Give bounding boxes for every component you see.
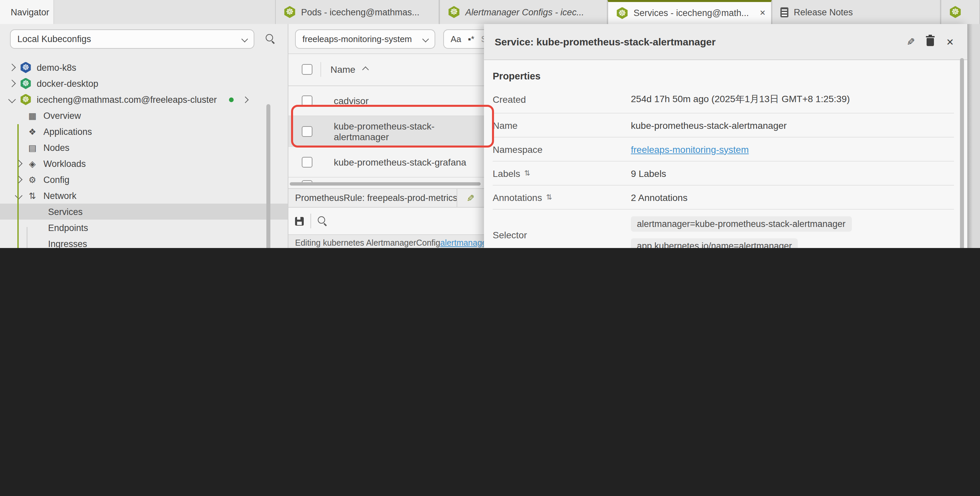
k8s-icon: ☸ — [616, 7, 628, 19]
drawer-row-label: Selector — [493, 230, 631, 240]
k8s-icon: ☸ — [949, 6, 961, 18]
editing-resource-link[interactable]: alertmanager — [440, 238, 484, 247]
drawer-row-label: Annotations⇅ — [493, 192, 631, 203]
kubeconfig-select[interactable]: Local Kubeconfigs — [10, 29, 255, 49]
sidebar-item-label: Ingresses — [48, 238, 87, 248]
table-row-kube-prometheus-stack-grafana[interactable]: kube-prometheus-stack-grafana — [288, 147, 484, 178]
workloads-icon: ◈ — [27, 159, 38, 169]
editing-bar-text: Editing kubernetes AlertmanagerConfig — [295, 238, 440, 247]
sidebar-cluster-docker-desktop[interactable]: ☸docker-desktop — [0, 75, 288, 91]
search-input[interactable]: Aa ▪* Search — [443, 29, 484, 49]
sidebar-cluster-demo-k8s[interactable]: ☸demo-k8s — [0, 59, 288, 75]
sort-toggle-icon[interactable]: ⇅ — [524, 169, 530, 178]
sidebar-item-nodes[interactable]: ▤Nodes — [0, 140, 288, 156]
namespace-select[interactable]: freeleaps-monitoring-system — [295, 29, 435, 49]
annotation-highlight — [291, 105, 494, 148]
navigator-label: Navigator — [11, 7, 49, 17]
drawer-row-value: 9 Labels — [631, 168, 666, 178]
sidebar-item-applications[interactable]: ❖Applications — [0, 124, 288, 140]
row-checkbox[interactable] — [302, 95, 312, 106]
applications-icon: ❖ — [27, 127, 38, 137]
tab-services-icecheng-math[interactable]: ☸Services - icecheng@math...✕ — [608, 0, 772, 24]
sidebar-item-workloads[interactable]: ◈Workloads — [0, 156, 288, 172]
drawer-row-label: Name — [493, 120, 631, 130]
kubeconfig-select-value: Local Kubeconfigs — [18, 34, 91, 44]
horizontal-scrollbar[interactable] — [290, 182, 480, 186]
close-drawer-button[interactable]: ✕ — [946, 37, 954, 47]
chevron-down-icon[interactable] — [8, 96, 16, 103]
tab-bar: Navigator ☸Pods - icecheng@mathmas...☸Al… — [0, 0, 980, 25]
search-placeholder: Search — [481, 34, 484, 44]
edit-rule-button[interactable]: ✎ — [457, 189, 484, 207]
editing-bar: Editing kubernetes AlertmanagerConfig al… — [288, 235, 484, 248]
close-tab-icon[interactable]: ✕ — [754, 9, 766, 17]
select-all-checkbox[interactable] — [302, 64, 312, 75]
document-tabs: ☸Pods - icecheng@mathmas...☸Alertmanager… — [275, 0, 980, 24]
chevron-right-icon[interactable] — [15, 160, 23, 168]
drawer-row-created: Created254d 17h 50m ago (2025年1月13日 GMT+… — [493, 86, 954, 113]
drawer-row-label: Labels⇅ — [493, 168, 631, 178]
chevron-down-icon[interactable] — [15, 192, 23, 200]
navigator-panel-tab[interactable]: Navigator — [0, 0, 54, 24]
section-heading: Properties — [493, 60, 954, 86]
filter-bar: freeleaps-monitoring-system Aa ▪* Search — [288, 24, 484, 54]
chevron-right-icon[interactable] — [8, 64, 16, 72]
tab-pods-icecheng-mathmas[interactable]: ☸Pods - icecheng@mathmas... — [275, 0, 439, 24]
search-icon[interactable] — [266, 34, 275, 43]
row-name-cell: kube-prometheus-stack-grafana — [334, 157, 466, 167]
sidebar-item-network[interactable]: ⇅Network — [0, 188, 288, 203]
chevron-down-icon — [241, 36, 248, 42]
chevron-right-icon[interactable] — [15, 176, 23, 184]
sort-asc-icon[interactable] — [363, 66, 369, 73]
namespace-link[interactable]: freeleaps-monitoring-system — [631, 144, 749, 154]
tab-release-notes[interactable]: Release Notes — [772, 0, 940, 24]
drawer-body: PropertiesCreated254d 17h 50m ago (2025年… — [484, 60, 967, 248]
k8s-icon: ☸ — [448, 6, 460, 18]
tab-alertmanager-configs-icec[interactable]: ☸Alertmanager Configs - icec... — [439, 0, 608, 24]
regex-icon[interactable]: ▪* — [468, 34, 474, 44]
drawer-scrollbar[interactable] — [960, 58, 964, 248]
drawer-row-value: kube-prometheus-stack-alertmanager — [631, 120, 787, 130]
prometheusrule-bar[interactable]: PrometheusRule: freepeals-prod-metrics ✎ — [288, 188, 484, 208]
right-edge-strip: ✕ ⚠ — [967, 24, 980, 248]
sidebar-item-overview[interactable]: ▦Overview — [0, 108, 288, 124]
nodes-icon: ▤ — [27, 143, 38, 153]
row-checkbox[interactable] — [302, 157, 312, 167]
drawer-row-value: 2 Annotations — [631, 192, 687, 203]
tab-label: Pods - icecheng@mathmas... — [301, 7, 420, 17]
sidebar-item-label: demo-k8s — [37, 62, 76, 72]
sidebar-item-endpoints[interactable]: Endpoints — [0, 219, 288, 236]
editor-search-icon[interactable] — [318, 216, 327, 226]
sidebar-item-label: Overview — [43, 110, 81, 121]
column-header-name[interactable]: Name — [331, 64, 355, 75]
lens-app-window: Navigator ☸Pods - icecheng@mathmas...☸Al… — [0, 0, 980, 248]
sidebar-item-label: Nodes — [43, 143, 69, 153]
save-icon[interactable] — [295, 217, 304, 225]
sidebar: Local Kubeconfigs ☸demo-k8s☸docker-deskt… — [0, 24, 288, 248]
k8s-icon: ☸ — [20, 78, 31, 89]
drawer-row-value: 254d 17h 50m ago (2025年1月13日 GMT+8 1:25:… — [631, 93, 850, 105]
active-cluster-guide-line — [18, 124, 19, 248]
k8s-icon: ☸ — [20, 62, 31, 73]
sidebar-scrollbar[interactable] — [266, 104, 270, 248]
sidebar-cluster-icecheng-mathmast-com-freeleaps-cluster[interactable]: ☸icecheng@mathmast.com@freeleaps-cluster — [0, 91, 288, 108]
tab-label: Services - icecheng@math... — [633, 8, 749, 18]
sort-toggle-icon[interactable]: ⇅ — [546, 193, 552, 202]
sidebar-item-label: Network — [43, 191, 76, 200]
sidebar-item-services[interactable]: Services — [0, 203, 288, 219]
chevron-right-icon[interactable] — [242, 96, 249, 103]
network-icon: ⇅ — [27, 191, 38, 200]
tab-partial[interactable]: ☸ — [940, 0, 980, 24]
badge-list: alertmanager=kube-prometheus-stack-alert… — [631, 210, 851, 248]
chevron-right-icon[interactable] — [8, 80, 16, 87]
match-case-icon[interactable]: Aa — [450, 34, 461, 44]
drawer-row-value: freeleaps-monitoring-system — [631, 144, 749, 154]
edit-service-button[interactable]: ✎ — [906, 36, 915, 48]
sidebar-item-ingresses[interactable]: Ingresses — [0, 236, 288, 248]
k8s-icon: ☸ — [284, 6, 296, 18]
sidebar-item-config[interactable]: ⚙Config — [0, 172, 288, 188]
delete-service-button[interactable] — [927, 38, 934, 46]
sidebar-item-label: Services — [48, 207, 83, 217]
drawer-title: Service: kube-prometheus-stack-alertmana… — [495, 36, 906, 48]
clipped-tab-text — [974, 8, 978, 16]
